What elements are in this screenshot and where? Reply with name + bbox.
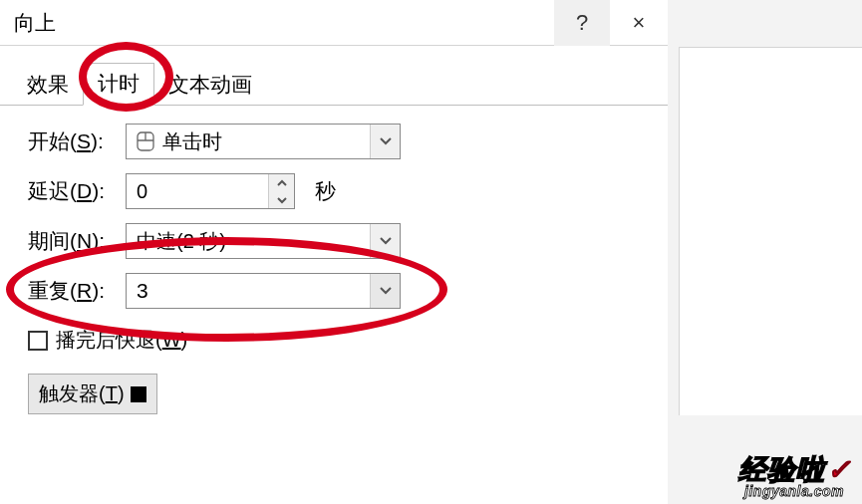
tab-strip: 效果 计时 文本动画: [0, 66, 668, 106]
delay-value: 0: [127, 174, 268, 208]
delay-spinner[interactable]: 0: [126, 173, 295, 209]
label-start: 开始(S):: [28, 127, 126, 155]
watermark-en: jingyanla.com: [738, 484, 850, 498]
duration-combo[interactable]: 中速(2 秒): [126, 223, 401, 259]
dialog-title: 向上: [0, 9, 554, 37]
watermark-check-icon: ✓: [827, 454, 850, 485]
row-trigger: 触发器(T): [28, 374, 640, 414]
trigger-button[interactable]: 触发器(T): [28, 374, 157, 414]
label-repeat: 重复(R):: [28, 277, 126, 305]
trigger-label: 触发器(T): [39, 380, 125, 407]
spinner-up-icon[interactable]: [269, 174, 294, 191]
row-duration: 期间(N): 中速(2 秒): [28, 223, 640, 259]
start-combo[interactable]: 单击时: [126, 124, 401, 159]
dialog-window: 向上 ? × 效果 计时 文本动画 开始(S): 单击时: [0, 0, 668, 504]
checkbox-icon[interactable]: [28, 331, 48, 351]
close-button[interactable]: ×: [610, 0, 668, 46]
row-start: 开始(S): 单击时: [28, 124, 640, 159]
chevron-down-icon[interactable]: [370, 224, 400, 258]
mouse-click-icon: [137, 130, 154, 152]
tab-effect[interactable]: 效果: [13, 65, 83, 106]
duration-value: 中速(2 秒): [127, 228, 370, 255]
tab-timing[interactable]: 计时: [83, 63, 154, 106]
tab-text-animation[interactable]: 文本动画: [154, 65, 266, 106]
chevron-down-icon[interactable]: [370, 274, 400, 308]
expand-indicator-icon: [131, 386, 146, 402]
label-delay: 延迟(D):: [28, 177, 126, 205]
watermark-cn: 经验啦: [738, 454, 825, 485]
row-rewind[interactable]: 播完后快退(W): [28, 327, 640, 354]
delay-unit: 秒: [315, 177, 336, 205]
row-repeat: 重复(R): 3: [28, 273, 640, 309]
spinner-buttons: [268, 174, 294, 208]
chevron-down-icon[interactable]: [370, 125, 400, 158]
start-value: 单击时: [127, 128, 370, 155]
help-button[interactable]: ?: [554, 0, 610, 46]
label-rewind: 播完后快退(W): [56, 327, 187, 354]
label-duration: 期间(N):: [28, 227, 126, 255]
spinner-down-icon[interactable]: [269, 191, 294, 208]
form-area: 开始(S): 单击时 延迟(D): 0: [0, 106, 668, 432]
document-area: [679, 47, 862, 415]
title-bar: 向上 ? ×: [0, 0, 668, 46]
repeat-value: 3: [127, 279, 370, 303]
row-delay: 延迟(D): 0 秒: [28, 173, 640, 209]
repeat-combo[interactable]: 3: [126, 273, 401, 309]
watermark: 经验啦✓ jingyanla.com: [738, 456, 850, 498]
